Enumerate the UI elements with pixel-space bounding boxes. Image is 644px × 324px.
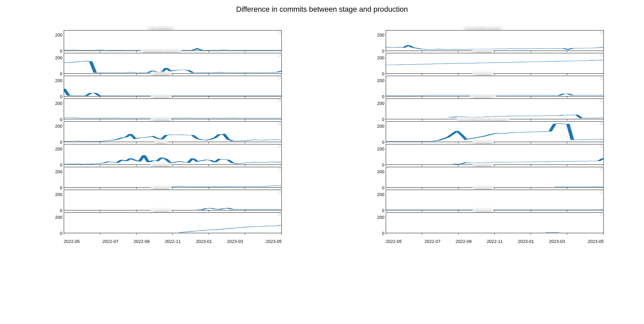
y-tick-label: 200 (372, 101, 384, 106)
y-tick-label: 200 (372, 55, 384, 60)
y-tick-label: 200 (50, 33, 62, 38)
plot-area (64, 53, 282, 74)
y-tick-label: 200 (372, 215, 384, 220)
chart-columns: ccx-pipeline0200aggregator-exporter0200r… (0, 30, 644, 311)
x-tick-label: 2022-11 (157, 239, 189, 244)
y-tick-label: 200 (372, 124, 384, 129)
y-tick-label: 200 (372, 146, 384, 151)
x-tick-label: 2023-05 (251, 239, 282, 244)
x-tick-label: 2022-05 (386, 239, 417, 244)
y-tick-label: 200 (50, 55, 62, 60)
plot-area (386, 99, 604, 119)
plot-area (64, 144, 282, 165)
x-tick-row: 2022-052022-072022-092022-112023-012023-… (64, 239, 282, 244)
x-tick-label: 2022-11 (479, 239, 511, 244)
chart-column-right: ccx-insights-results0200redacted0200reda… (322, 30, 644, 311)
x-tick-label: 2022-07 (417, 239, 448, 244)
plot-area (386, 30, 604, 51)
y-tick-label: 200 (372, 78, 384, 83)
figure: Difference in commits between stage and … (0, 0, 644, 324)
plot-area (386, 53, 604, 74)
plot-area (386, 121, 604, 142)
subplot: redacted02002022-052022-072022-092022-11… (362, 212, 604, 235)
plot-area (386, 212, 604, 233)
subplot: redacted02002022-052022-072022-092022-11… (40, 212, 282, 235)
plot-area (386, 190, 604, 210)
plot-area (64, 30, 282, 51)
plot-area (64, 167, 282, 188)
chart-column-left: ccx-pipeline0200aggregator-exporter0200r… (0, 30, 322, 311)
plot-area (386, 144, 604, 165)
x-tick-label: 2023-03 (219, 239, 251, 244)
x-tick-label: 2023-01 (510, 239, 541, 244)
y-tick-label: 200 (50, 78, 62, 83)
x-tick-label: 2022-09 (448, 239, 479, 244)
y-tick-label: 200 (372, 169, 384, 174)
y-tick-label: 200 (50, 215, 62, 220)
plot-area (64, 212, 282, 233)
y-tick-label: 200 (50, 169, 62, 174)
y-tick-label: 0 (50, 231, 62, 236)
plot-area (64, 190, 282, 210)
plot-area (64, 121, 282, 142)
x-tick-label: 2022-07 (95, 239, 126, 244)
x-tick-label: 2023-01 (188, 239, 219, 244)
y-tick-label: 200 (50, 192, 62, 197)
y-tick-label: 200 (50, 146, 62, 151)
y-tick-label: 200 (50, 101, 62, 106)
y-tick-label: 200 (372, 192, 384, 197)
plot-area (64, 99, 282, 119)
plot-area (64, 76, 282, 96)
y-tick-label: 200 (50, 124, 62, 129)
x-tick-row: 2022-052022-072022-092022-112023-012023-… (386, 239, 604, 244)
y-tick-label: 0 (372, 231, 384, 236)
x-tick-label: 2022-05 (64, 239, 95, 244)
x-tick-label: 2023-05 (573, 239, 604, 244)
plot-area (386, 167, 604, 188)
plot-area (386, 76, 604, 96)
y-tick-label: 200 (372, 33, 384, 38)
x-tick-label: 2022-09 (126, 239, 157, 244)
figure-title: Difference in commits between stage and … (0, 5, 644, 14)
x-tick-label: 2023-03 (541, 239, 573, 244)
